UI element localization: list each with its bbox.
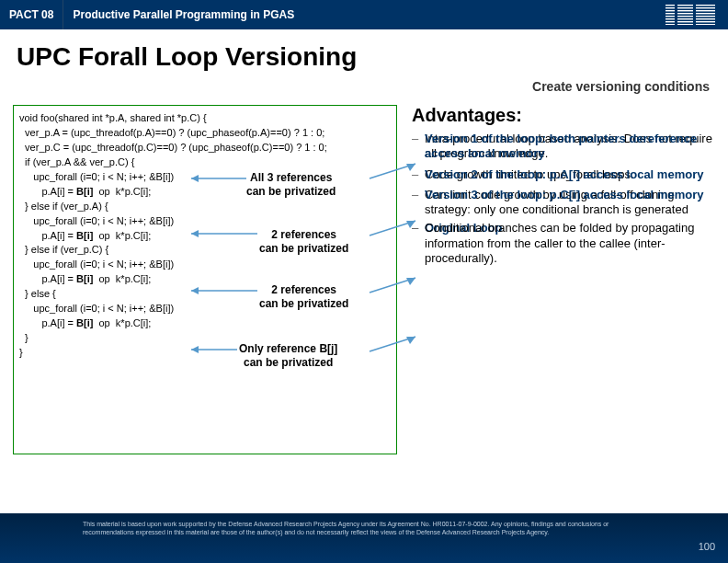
code-line: ver_p.C = (upc_threadof(p.C)==0) ? (upc_… <box>19 141 391 155</box>
ibm-logo <box>653 0 728 29</box>
annotation: All 3 referencescan be privatized <box>246 171 336 199</box>
subheading: Create versioning conditions <box>532 79 710 94</box>
svg-rect-5 <box>665 18 715 19</box>
svg-marker-11 <box>191 175 199 182</box>
arrow-icon <box>184 167 248 190</box>
annotation: Only reference B[j]can be privatized <box>239 342 337 370</box>
slide-title: UPC Forall Loop Versioning <box>0 29 728 83</box>
svg-marker-13 <box>191 230 199 237</box>
code-line: ver_p.A = (upc_threadof(p.A)==0) ? (upc_… <box>19 126 391 141</box>
adv-item: – Version 3 of the loop: p.C[i] access l… <box>412 188 715 218</box>
code-line: upc_forall (i=0; i < N; i++; &B[i]) <box>19 258 391 272</box>
arrow-icon <box>184 223 259 245</box>
page-number: 100 <box>699 541 715 554</box>
svg-marker-25 <box>406 337 415 344</box>
advantages-title: Advantages: <box>412 105 715 126</box>
footer-text: This material is based upon work support… <box>83 521 645 537</box>
overlay-text: Version 1 of the loop: both pointers der… <box>425 132 715 162</box>
adv-item: – Version 1 of the loop: both pointers d… <box>412 132 715 162</box>
main-text: Conditional branches can be folded by pr… <box>425 221 694 265</box>
svg-marker-17 <box>191 346 199 353</box>
code-line: p.A[i] = B[i] op k*p.C[i]; <box>19 316 391 331</box>
footer: This material is based upon work support… <box>0 513 728 563</box>
adv-item: – Version 2 of the loop: p.A[i] access l… <box>412 167 715 182</box>
annotation: 2 referencescan be privatized <box>259 283 348 311</box>
header-bar: PACT 08 Productive Parallel Programming … <box>0 0 728 29</box>
svg-rect-7 <box>665 24 715 25</box>
svg-rect-2 <box>665 10 715 11</box>
svg-rect-6 <box>665 21 715 22</box>
header-title: Productive Parallel Programming in PGAS <box>63 8 653 21</box>
code-line: void foo(shared int *p.A, shared int *p.… <box>19 111 391 126</box>
svg-rect-9 <box>693 5 696 25</box>
svg-rect-1 <box>665 7 715 8</box>
arrow-icon <box>368 274 423 296</box>
code-line: } else if (ver_p.A) { <box>19 200 391 214</box>
arrow-icon <box>184 339 239 361</box>
svg-rect-3 <box>665 13 715 14</box>
overlay-text: Version 2 of the loop: p.A[i] access loc… <box>425 167 703 182</box>
overlay-text: Version 3 of the loop: p.C[i] access loc… <box>425 188 703 202</box>
header-conf: PACT 08 <box>0 0 63 29</box>
svg-rect-8 <box>675 5 677 25</box>
svg-rect-4 <box>665 16 715 17</box>
svg-marker-15 <box>191 287 199 294</box>
arrow-icon <box>368 333 423 355</box>
advantages: Advantages: – Version 1 of the loop: bot… <box>412 105 715 271</box>
adv-item: – Conditional branches can be folded by … <box>412 221 715 266</box>
svg-rect-0 <box>665 5 715 6</box>
arrow-icon <box>184 280 259 302</box>
svg-marker-23 <box>406 278 415 285</box>
annotation: 2 referencescan be privatized <box>259 228 348 256</box>
